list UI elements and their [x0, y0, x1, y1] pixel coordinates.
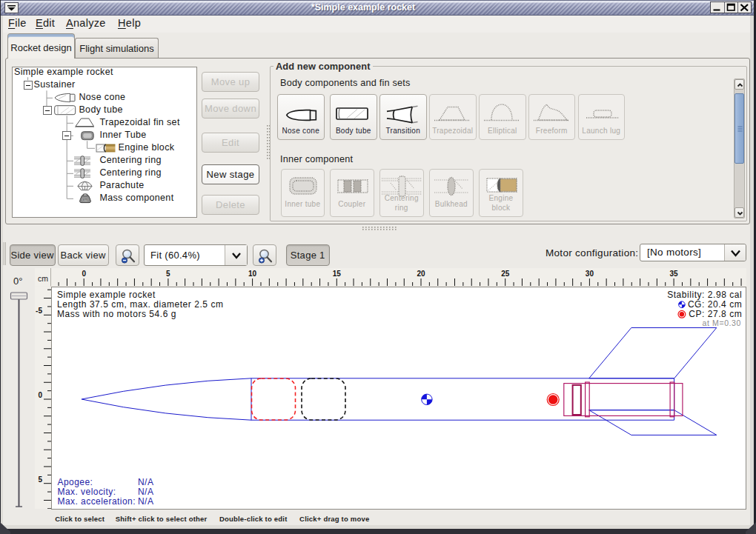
- svg-text:0: 0: [82, 270, 86, 278]
- svg-text:5: 5: [166, 270, 170, 278]
- svg-text:N/A: N/A: [138, 486, 153, 496]
- svg-text:-5: -5: [36, 307, 42, 315]
- svg-text:Apogee:: Apogee:: [58, 476, 93, 487]
- svg-text:Stability: 2.98 cal: Stability: 2.98 cal: [667, 290, 742, 300]
- svg-text:10: 10: [248, 270, 257, 278]
- svg-text:5: 5: [38, 475, 42, 483]
- svg-text:N/A: N/A: [138, 476, 153, 487]
- svg-text:at M=0.30: at M=0.30: [703, 318, 741, 327]
- svg-text:0: 0: [38, 391, 42, 399]
- svg-text:25: 25: [501, 270, 510, 278]
- svg-text:N/A: N/A: [138, 495, 153, 506]
- svg-text:30: 30: [586, 270, 594, 278]
- svg-text:15: 15: [333, 270, 342, 278]
- svg-text:35: 35: [670, 270, 679, 278]
- svg-text:Mass with no motors 54.6 g: Mass with no motors 54.6 g: [57, 309, 176, 319]
- svg-text:Simple example rocket: Simple example rocket: [57, 290, 156, 300]
- svg-text:cm: cm: [38, 274, 48, 283]
- svg-text:0°: 0°: [13, 276, 22, 287]
- svg-text:20: 20: [417, 270, 425, 278]
- svg-text:Max. velocity:: Max. velocity:: [58, 486, 116, 496]
- svg-text:Max. acceleration:: Max. acceleration:: [58, 495, 136, 506]
